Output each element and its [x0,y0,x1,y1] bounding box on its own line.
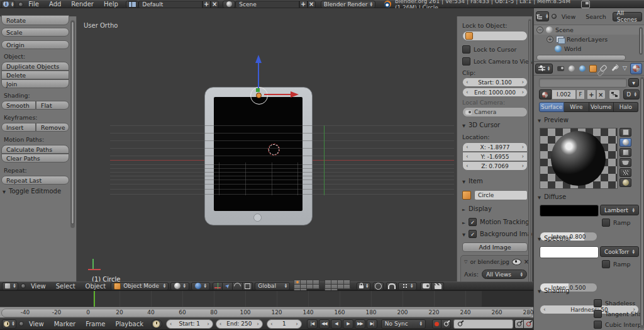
diffuse-color-swatch[interactable] [540,205,599,217]
properties-scrollbar[interactable] [640,77,644,329]
preview-cube-button[interactable] [619,148,631,157]
material-name-field[interactable]: I.002 [552,89,576,100]
material-slot-list[interactable] [539,78,627,88]
cursor-x-field[interactable]: X: -1.8977 [462,142,528,152]
slot-specials-button[interactable] [628,78,639,87]
snap-element-dropdown[interactable] [398,282,417,290]
item-name-field[interactable]: Circle [474,190,528,200]
menu-playback[interactable]: Playback [110,321,148,327]
cursor-y-field[interactable]: Y: -1.6955 [462,152,528,161]
duplicate-objects-button[interactable]: Duplicate Objects [1,62,69,71]
layer-button[interactable] [343,284,350,289]
menu-search[interactable]: Search [580,13,611,20]
menu-render[interactable]: Render [66,1,99,8]
diffuse-shader-dropdown[interactable]: Lambert [600,205,639,215]
sync-mode-dropdown[interactable]: No Sync [381,319,426,329]
delete-button[interactable]: Delete [1,71,69,79]
current-frame-line[interactable] [94,291,95,307]
timeline-scrollbar[interactable] [1,309,533,317]
preview-flat-button[interactable] [619,128,631,137]
lock-object-field[interactable] [462,31,528,41]
frame-start-field[interactable]: Start: 1 [166,319,213,329]
frame-end-field[interactable]: End: 250 [216,319,263,329]
tab-material[interactable] [630,63,642,74]
menu-frame[interactable]: Frame [80,321,110,327]
tab-scene[interactable] [566,64,577,74]
window-duplicate-icon[interactable] [581,1,590,8]
manipulator-toggle-button[interactable] [213,282,223,290]
expand-plus-icon[interactable]: + [547,36,553,43]
tab-object[interactable] [587,64,598,74]
rotate-manipulator-button[interactable] [233,282,243,290]
scale-button[interactable]: Scale [1,28,69,37]
tab-modifiers[interactable] [609,64,619,74]
manipulator-z-arrow[interactable] [258,62,259,90]
add-scene-button[interactable] [299,1,308,8]
motion-tracking-checkbox[interactable] [469,218,477,226]
shadeless-row[interactable]: Shadeless [594,299,635,307]
lock-camera-checkbox[interactable] [462,57,470,65]
translate-manipulator-button[interactable]: ➤ [223,282,233,290]
menu-select[interactable]: Select [51,283,80,290]
manipulator-y-handle[interactable] [256,88,260,92]
scene-field[interactable]: Scene [235,1,299,8]
render-animation-button[interactable] [432,282,444,290]
specular-panel-header[interactable]: Specular [538,235,572,242]
menu-marker[interactable]: Marker [49,321,81,327]
item-panel-header[interactable]: Item [462,178,528,185]
n-panel-scrollbar[interactable] [528,19,531,282]
rotate-button[interactable]: Rotate [1,15,69,25]
shading-panel-header[interactable]: Shading [538,287,570,294]
menu-object[interactable]: Object [80,283,111,290]
tangent-shading-checkbox[interactable] [594,310,602,318]
editor-type-properties[interactable] [535,64,553,74]
cubic-interpolation-checkbox[interactable] [594,321,602,329]
menu-help[interactable]: Help [99,1,123,8]
render-still-button[interactable] [420,282,432,290]
motion-tracking-panel-header[interactable]: Motion Tracking [462,218,528,226]
render-engine-dropdown[interactable]: Blender Render [321,1,375,8]
editor-type-3dview[interactable] [2,282,18,290]
background-images-checkbox[interactable] [469,230,477,238]
current-frame-field[interactable]: 1 [267,319,302,329]
surface-mode-button[interactable]: Surface [539,102,564,112]
background-images-panel-header[interactable]: Background Images [462,230,528,238]
jump-to-start-button[interactable] [307,319,318,329]
insert-keyframe-button-tl[interactable] [514,319,524,329]
keying-set-field[interactable] [453,319,513,329]
collapse-menus-icon[interactable] [18,2,23,7]
menu-file[interactable]: File [23,1,44,8]
tablet-object[interactable] [204,87,313,225]
outliner-row-scene[interactable]: − Scene [534,25,644,35]
specular-ramp-checkbox[interactable] [602,260,610,268]
play-button[interactable] [343,319,353,329]
timeline-tracks[interactable] [0,290,533,307]
tab-render[interactable] [555,64,566,74]
tangent-shading-row[interactable]: Tangent Shad [594,310,644,318]
outliner-hscrollbar[interactable] [536,55,626,60]
wire-mode-button[interactable]: Wire [564,102,589,112]
eye-visibility-icon[interactable] [512,259,521,265]
link-data-dropdown[interactable]: D [623,89,640,100]
snap-toggle-button[interactable] [386,282,397,290]
editor-type-timeline[interactable] [2,319,16,329]
autokey-mode-button[interactable] [441,319,451,329]
tab-object-data[interactable]: ▽ [619,64,630,74]
collapse-menus-icon[interactable] [21,283,26,288]
specular-color-swatch[interactable] [540,246,599,258]
manipulator-x-arrow[interactable] [264,94,291,95]
clear-paths-button[interactable]: Clear Paths [1,154,69,162]
scale-manipulator-button[interactable] [243,282,253,290]
insert-keyframe-button[interactable]: Insert [1,123,36,132]
outliner-row-world[interactable]: World [534,44,644,54]
autokey-record-button[interactable] [432,319,441,329]
tab-world[interactable] [577,64,587,74]
orientation-dropdown[interactable]: Global [255,282,290,290]
preview-sphere-button[interactable] [619,138,631,147]
preview-sky-button[interactable] [619,178,631,187]
editor-type-outliner[interactable] [536,11,549,21]
specular-ramp-row[interactable]: Ramp [602,260,631,268]
editor-type-selector[interactable] [1,1,15,8]
outliner-row-renderlayers[interactable]: + RenderLayers [534,35,644,44]
layer-button[interactable] [313,284,319,289]
